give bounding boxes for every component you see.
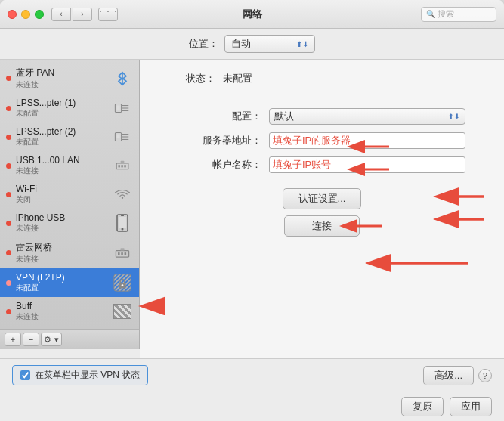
sidebar-item-iphone-usb[interactable]: iPhone USB 未连接 bbox=[0, 209, 139, 237]
svg-rect-23 bbox=[120, 248, 124, 250]
sidebar-item-lpss-1[interactable]: LPSS...pter (1) 未配置 bbox=[0, 94, 139, 122]
svg-rect-1 bbox=[116, 106, 119, 110]
right-panel: 状态： 未配置 配置： 默认 ⬆⬇ 服务器地址： bbox=[140, 60, 504, 358]
main-content: 蓝牙 PAN 未连接 LPSS...pter (1) 未配置 bbox=[0, 60, 504, 358]
item-status: 未连接 bbox=[16, 254, 112, 265]
svg-rect-20 bbox=[118, 252, 120, 255]
svg-rect-11 bbox=[119, 165, 120, 167]
vpn-status-checkbox[interactable] bbox=[20, 370, 30, 380]
vpn-status-checkbox-wrapper: 在菜单栏中显示 VPN 状态 bbox=[12, 365, 148, 385]
item-name: LPSS...pter (2) bbox=[16, 126, 112, 137]
status-value: 未配置 bbox=[223, 72, 252, 85]
svg-rect-14 bbox=[121, 161, 125, 163]
grid-button[interactable]: ⋮⋮⋮ bbox=[98, 8, 118, 21]
leiyun-icon bbox=[112, 243, 133, 264]
restore-button[interactable]: 复原 bbox=[401, 397, 444, 416]
sidebar-item-buff[interactable]: Buff 未连接 bbox=[0, 297, 139, 326]
status-row: 状态： 未配置 bbox=[155, 72, 489, 85]
search-box[interactable]: 🔍 搜索 bbox=[421, 7, 496, 22]
server-input[interactable]: 填兔子IP的服务器 bbox=[269, 132, 465, 149]
location-label: 位置： bbox=[189, 37, 218, 51]
vpn-lock-icon bbox=[112, 272, 133, 293]
item-status: 关闭 bbox=[16, 194, 112, 205]
svg-rect-21 bbox=[121, 252, 123, 255]
status-dot bbox=[6, 280, 11, 286]
search-icon: 🔍 bbox=[426, 10, 435, 18]
config-row: 配置： 默认 ⬆⬇ bbox=[178, 108, 465, 125]
right-panel-wrapper: 状态： 未配置 配置： 默认 ⬆⬇ 服务器地址： bbox=[140, 60, 504, 358]
sidebar-item-vpn[interactable]: VPN (L2TP) 未配置 bbox=[0, 268, 139, 297]
traffic-lights bbox=[8, 10, 44, 19]
apply-button[interactable]: 应用 bbox=[450, 397, 492, 416]
status-label: 状态： bbox=[155, 72, 215, 85]
item-name: 雷云网桥 bbox=[16, 241, 112, 254]
sidebar-item-wifi[interactable]: Wi-Fi 关闭 bbox=[0, 180, 139, 209]
form-area: 配置： 默认 ⬆⬇ 服务器地址： 填兔子IP的服务器 帐户名称： bbox=[155, 101, 489, 346]
bottom-buttons: 高级... ? bbox=[423, 366, 492, 385]
config-arrow-icon: ⬆⬇ bbox=[448, 113, 460, 120]
status-dot bbox=[6, 76, 11, 81]
network-settings-button[interactable]: ⚙ ▾ bbox=[41, 333, 62, 346]
forward-button[interactable]: › bbox=[73, 8, 92, 21]
bottom-bar: 在菜单栏中显示 VPN 状态 高级... ? bbox=[0, 358, 504, 392]
item-status: 未连接 bbox=[16, 311, 112, 322]
item-status: 未配置 bbox=[16, 283, 112, 293]
main-window: ‹ › ⋮⋮⋮ 网络 🔍 搜索 位置： 自动 ⬆⬇ 蓝牙 PAN bbox=[0, 0, 504, 421]
config-value: 默认 bbox=[274, 110, 448, 123]
sidebar-item-leiyun[interactable]: 雷云网桥 未连接 bbox=[0, 237, 139, 268]
buff-icon bbox=[112, 301, 133, 322]
location-select[interactable]: 自动 ⬆⬇ bbox=[224, 35, 315, 53]
phone-icon bbox=[112, 98, 133, 119]
bluetooth-icon bbox=[112, 68, 133, 89]
sidebar-item-usb-lan[interactable]: USB 1...00 LAN 未连接 bbox=[0, 151, 139, 180]
sidebar: 蓝牙 PAN 未连接 LPSS...pter (1) 未配置 bbox=[0, 60, 140, 329]
advanced-button[interactable]: 高级... bbox=[423, 366, 474, 385]
sidebar-controls: + − ⚙ ▾ bbox=[0, 329, 140, 349]
add-network-button[interactable]: + bbox=[5, 333, 21, 346]
svg-point-27 bbox=[122, 284, 124, 286]
back-button[interactable]: ‹ bbox=[51, 8, 71, 21]
server-label: 服务器地址： bbox=[178, 134, 261, 147]
maximize-button[interactable] bbox=[35, 10, 44, 19]
sidebar-item-bluetooth-pan[interactable]: 蓝牙 PAN 未连接 bbox=[0, 63, 139, 94]
titlebar: ‹ › ⋮⋮⋮ 网络 🔍 搜索 bbox=[0, 0, 504, 29]
svg-point-17 bbox=[122, 228, 124, 231]
status-dot bbox=[6, 221, 11, 226]
item-name: iPhone USB bbox=[16, 212, 112, 223]
remove-network-button[interactable]: − bbox=[23, 333, 39, 346]
apply-bar: 复原 应用 bbox=[0, 392, 504, 421]
item-name: Buff bbox=[16, 301, 112, 311]
search-placeholder: 搜索 bbox=[438, 8, 454, 20]
checkbox-row: 在菜单栏中显示 VPN 状态 bbox=[12, 365, 423, 385]
account-label: 帐户名称： bbox=[178, 158, 261, 172]
item-name: USB 1...00 LAN bbox=[16, 155, 112, 166]
wifi-icon bbox=[112, 184, 133, 205]
item-status: 未连接 bbox=[16, 79, 112, 90]
location-bar: 位置： 自动 ⬆⬇ bbox=[0, 29, 504, 60]
server-row: 服务器地址： 填兔子IP的服务器 bbox=[178, 132, 465, 149]
svg-rect-12 bbox=[121, 165, 122, 167]
item-status: 未连接 bbox=[16, 166, 112, 176]
ethernet-icon bbox=[112, 155, 133, 176]
connect-button[interactable]: 连接 bbox=[284, 215, 360, 237]
help-button[interactable]: ? bbox=[478, 369, 492, 382]
config-select[interactable]: 默认 ⬆⬇ bbox=[269, 108, 465, 125]
close-button[interactable] bbox=[8, 10, 17, 19]
minimize-button[interactable] bbox=[21, 10, 30, 19]
account-input[interactable]: 填兔子IP账号 bbox=[269, 156, 465, 173]
svg-rect-16 bbox=[119, 217, 126, 228]
auth-settings-button[interactable]: 认证设置... bbox=[283, 188, 362, 209]
svg-rect-22 bbox=[125, 252, 127, 255]
status-dot bbox=[6, 163, 11, 169]
location-value: 自动 bbox=[231, 37, 293, 51]
svg-rect-13 bbox=[124, 165, 125, 167]
location-arrow-icon: ⬆⬇ bbox=[296, 40, 308, 48]
status-dot bbox=[6, 192, 11, 197]
item-status: 未配置 bbox=[16, 137, 112, 147]
window-title: 网络 bbox=[243, 8, 262, 21]
iphone-icon bbox=[112, 212, 133, 234]
sidebar-item-lpss-2[interactable]: LPSS...pter (2) 未配置 bbox=[0, 122, 139, 151]
phone-icon-2 bbox=[112, 126, 133, 147]
item-name: LPSS...pter (1) bbox=[16, 98, 112, 108]
config-label: 配置： bbox=[178, 110, 261, 123]
